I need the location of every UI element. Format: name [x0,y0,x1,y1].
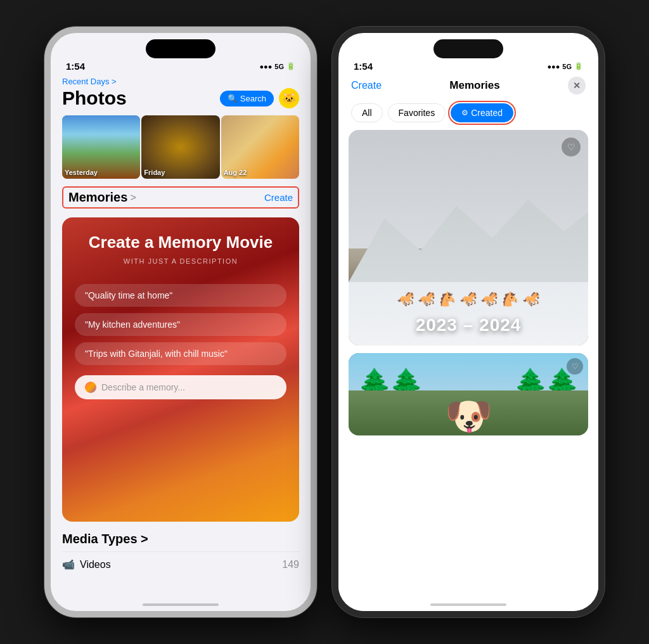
gear-icon: ⚙ [461,108,468,117]
media-types-title[interactable]: Media Types > [62,532,299,546]
horse-scene: 🐎 🐎 🐴 🐎 🐎 🐴 🐎 2023 – 2024 [349,130,588,345]
thumbnail-label-yesterday: Yesterday [65,169,98,176]
memory-card-dog[interactable]: 🌲 🌲 🌲 🌲 🐶 ♡ [349,353,588,435]
filter-tab-favorites[interactable]: Favorites [388,103,446,122]
filter-tab-created[interactable]: ⚙ Created [451,103,513,122]
close-icon: ✕ [573,80,581,91]
nav-create-button[interactable]: Create [351,80,382,91]
network-left: 5G [274,63,284,70]
memory-card-horses[interactable]: 🐎 🐎 🐴 🐎 🐎 🐴 🐎 2023 – 2024 ♡ [349,130,588,345]
time-right: 1:54 [354,61,373,72]
suggestion-pills: "Quality time at home" "My kitchen adven… [75,284,286,365]
memory-card-title: Create a Memory Movie [75,233,286,252]
battery-icon-right: 🔋 [574,62,583,70]
nav-title: Memories [449,79,499,92]
status-bar-right: 1:54 ●●● 5G 🔋 [338,58,598,72]
dog-face: 🐶 [445,397,492,435]
videos-label: Videos [80,559,111,570]
heart-button-horses[interactable]: ♡ [562,138,581,157]
media-type-videos-left: 📹 Videos [62,558,111,570]
header-actions: 🔍 Search 🐱 [220,88,299,108]
photos-header: Recent Days > Photos 🔍 Search 🐱 [51,72,311,113]
right-phone: 1:54 ●●● 5G 🔋 Create Memories ✕ All Favo… [332,27,605,617]
thumbnail-friday[interactable]: Friday [141,115,219,179]
horse-1: 🐎 [397,291,414,307]
left-phone: 1:54 ●●● 5G 🔋 Recent Days > Photos 🔍 Sea… [44,27,317,617]
heart-button-dog[interactable]: ♡ [567,358,583,375]
thumbnail-label-friday: Friday [144,169,165,176]
network-right: 5G [562,63,572,70]
memories-header: Memories > Create [62,186,299,209]
describe-input[interactable]: Describe a memory... [75,375,286,399]
horse-photo: 🐎 🐎 🐴 🐎 🐎 🐴 🐎 2023 – 2024 ♡ [349,130,588,345]
filter-tab-all[interactable]: All [351,103,383,122]
memories-chevron-icon: > [130,192,136,203]
ai-icon [85,382,96,393]
photos-title-row: Photos 🔍 Search 🐱 [62,87,299,109]
thumbnail-aug22[interactable]: Aug 22 [221,115,299,179]
thumbnail-yesterday[interactable]: Yesterday [62,115,140,179]
memory-card-subtitle: WITH JUST A DESCRIPTION [75,257,286,265]
media-type-videos[interactable]: 📹 Videos 149 [62,551,299,577]
suggestion-pill-1[interactable]: "My kitchen adventures" [75,313,286,336]
battery-icon-left: 🔋 [286,62,295,70]
dog-scene: 🌲 🌲 🌲 🌲 🐶 [349,353,588,435]
screen-right: Create Memories ✕ All Favorites ⚙ Create… [338,72,598,617]
horses-group: 🐎 🐎 🐴 🐎 🐎 🐴 🐎 [397,291,540,307]
status-icons-left: ●●● 5G 🔋 [259,62,295,70]
home-indicator-left [143,603,219,606]
dynamic-island-left [146,39,215,58]
video-icon: 📹 [62,558,75,570]
media-types-section: Media Types > 📹 Videos 149 [51,527,311,579]
signal-icon-left: ●●● [259,63,272,70]
horse-7: 🐎 [523,291,540,307]
horse-6: 🐴 [502,291,519,307]
avatar[interactable]: 🐱 [279,88,299,108]
videos-count: 149 [282,559,299,570]
memories-section: Memories > Create [51,181,311,212]
filter-tabs: All Favorites ⚙ Created [338,101,598,130]
thumbnail-label-aug22: Aug 22 [224,169,247,176]
suggestion-pill-2[interactable]: "Trips with Gitanjali, with chill music" [75,342,286,365]
horse-2: 🐎 [418,291,435,307]
horse-5: 🐎 [481,291,498,307]
filter-tab-created-label: Created [471,108,503,118]
search-button[interactable]: 🔍 Search [220,91,274,106]
status-icons-right: ●●● 5G 🔋 [547,62,583,70]
create-link[interactable]: Create [264,192,293,203]
horse-3: 🐴 [439,291,456,307]
year-label: 2023 – 2024 [416,315,522,335]
dynamic-island-right [434,39,503,58]
horse-4: 🐎 [460,291,477,307]
home-indicator-right [430,603,506,606]
status-bar-left: 1:54 ●●● 5G 🔋 [51,58,311,72]
memories-section-title: Memories [68,190,127,205]
screen-left: Recent Days > Photos 🔍 Search 🐱 Yesterda… [51,72,311,617]
memories-header-inner: Memories > [68,190,136,205]
suggestion-pill-0[interactable]: "Quality time at home" [75,284,286,307]
close-button[interactable]: ✕ [568,77,586,94]
memories-nav: Create Memories ✕ [338,72,598,101]
time-left: 1:54 [66,61,85,72]
describe-placeholder: Describe a memory... [101,382,185,392]
signal-icon-right: ●●● [547,63,560,70]
recent-days-link[interactable]: Recent Days > [62,77,299,86]
thumbnails-row: Yesterday Friday Aug 22 [51,113,311,181]
photos-title: Photos [62,87,127,109]
memory-card[interactable]: Create a Memory Movie WITH JUST A DESCRI… [62,217,299,522]
